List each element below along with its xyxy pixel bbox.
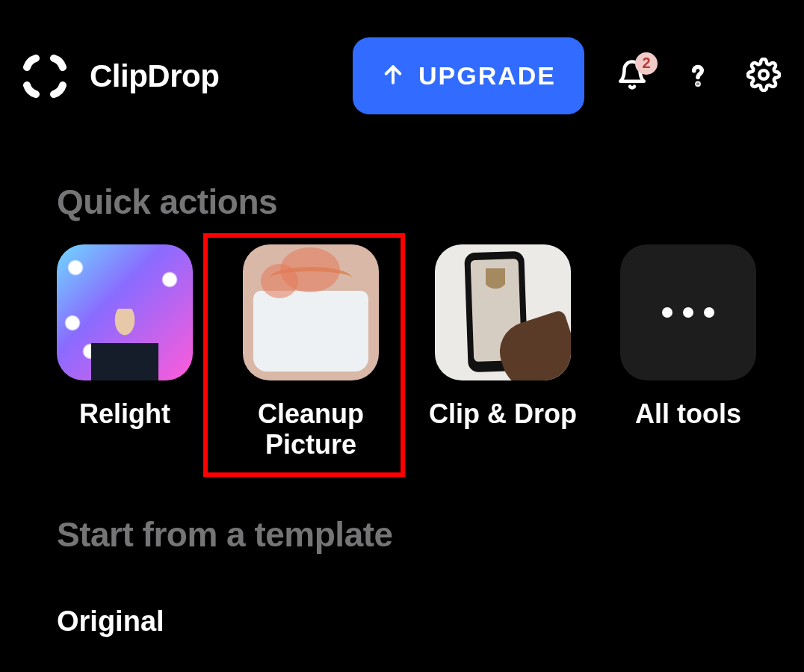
gear-icon	[746, 58, 781, 95]
notification-badge: 2	[635, 52, 658, 75]
notifications-button[interactable]: 2	[614, 58, 650, 94]
more-dots-icon	[662, 307, 714, 318]
app-title: ClipDrop	[90, 58, 219, 94]
quick-action-label: Clip & Drop	[429, 398, 577, 429]
quick-action-label: Cleanup Picture	[236, 398, 386, 460]
help-button[interactable]	[680, 58, 716, 94]
quick-action-all-tools[interactable]: All tools	[620, 244, 756, 460]
logo-group: ClipDrop	[22, 54, 219, 99]
quick-action-label: All tools	[635, 398, 741, 429]
upgrade-button[interactable]: UPGRADE	[353, 37, 584, 114]
relight-thumbnail	[57, 244, 193, 380]
question-icon	[682, 59, 714, 93]
header-icons: 2	[614, 58, 782, 94]
cleanup-thumbnail	[243, 244, 379, 380]
arrow-up-icon	[381, 63, 405, 89]
app-header: ClipDrop UPGRADE 2	[0, 0, 804, 137]
quick-action-clip-and-drop[interactable]: Clip & Drop	[429, 244, 577, 460]
quick-actions-heading: Quick actions	[0, 137, 804, 222]
all-tools-thumbnail	[620, 244, 756, 380]
clipdrop-thumbnail	[435, 244, 571, 380]
quick-actions-row: Relight Cleanup Picture Clip & Drop All …	[0, 222, 804, 460]
quick-action-label: Relight	[79, 398, 170, 429]
template-original-label[interactable]: Original	[0, 555, 804, 638]
svg-point-2	[759, 70, 768, 79]
quick-action-relight[interactable]: Relight	[57, 244, 193, 460]
templates-heading: Start from a template	[0, 460, 804, 555]
upgrade-label: UPGRADE	[418, 61, 556, 90]
quick-action-cleanup-picture[interactable]: Cleanup Picture	[236, 244, 386, 460]
svg-point-1	[697, 83, 699, 84]
clipdrop-logo-icon	[22, 54, 67, 99]
settings-button[interactable]	[746, 58, 782, 94]
